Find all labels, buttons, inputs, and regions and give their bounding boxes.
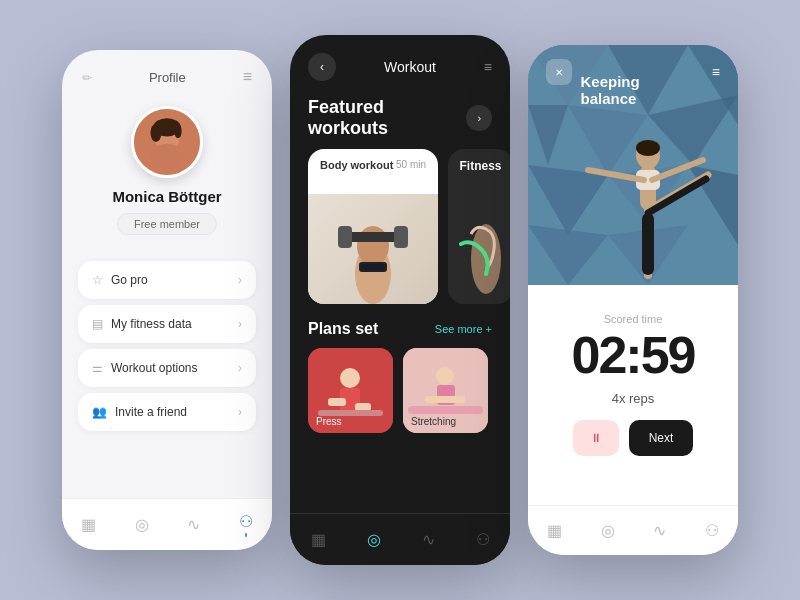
plans-title: Plans set (308, 320, 378, 338)
phone-balance: ✕ Keeping balance ≡ (528, 45, 738, 555)
svg-rect-45 (642, 213, 654, 275)
go-pro-label: Go pro (111, 273, 148, 287)
invite-label: Invite a friend (115, 405, 187, 419)
avatar (131, 106, 203, 178)
card-label: Body workout (320, 159, 393, 171)
featured-section-header: Featured workouts › (290, 91, 510, 149)
svg-line-43 (588, 170, 644, 180)
phone-workout: ‹ Workout ≡ Featured workouts › Body wor… (290, 35, 510, 565)
p3-nav-clock-icon[interactable]: ◎ (601, 521, 615, 540)
balance-bg: ✕ Keeping balance ≡ (528, 45, 738, 285)
pause-button[interactable]: ⏸ (573, 420, 619, 456)
p2-nav-activity-icon[interactable]: ∿ (422, 530, 435, 549)
nav-person-icon[interactable]: ⚇ (239, 512, 253, 537)
workout-title: Workout (384, 59, 436, 75)
plans-section: Plans set See more + (290, 304, 510, 441)
p3-nav-activity-icon[interactable]: ∿ (653, 521, 666, 540)
nav-activity-icon[interactable]: ∿ (187, 515, 200, 534)
back-button[interactable]: ‹ (308, 53, 336, 81)
fitness-label: Fitness (459, 159, 501, 173)
fitness-card[interactable]: Fitness (448, 149, 510, 304)
p1-profile-title: Profile (149, 70, 186, 85)
p3-controls: ⏸ Next (548, 420, 718, 456)
timer-display: 02:59 (548, 329, 718, 381)
chevron-icon: › (238, 405, 242, 419)
plans-header: Plans set See more + (308, 320, 492, 338)
card-image (308, 194, 438, 304)
menu-item-invite-friend[interactable]: 👥 Invite a friend › (78, 393, 256, 431)
svg-point-5 (174, 124, 181, 139)
p3-header: ✕ Keeping balance ≡ (528, 59, 738, 85)
svg-rect-12 (361, 264, 385, 270)
svg-point-21 (436, 367, 454, 385)
phones-container: Profile Monica Böttger Free member (62, 35, 738, 565)
press-plan-card[interactable]: Press (308, 348, 393, 433)
svg-point-2 (151, 144, 184, 170)
press-label: Press (316, 416, 342, 427)
featured-next-button[interactable]: › (466, 105, 492, 131)
sliders-icon: ⚌ (92, 361, 103, 375)
p2-nav-calendar-icon[interactable]: ▦ (311, 530, 326, 549)
card-duration: 50 min (396, 159, 426, 170)
phone-profile: Profile Monica Böttger Free member (62, 50, 272, 550)
workout-options-label: Workout options (111, 361, 198, 375)
reps-display: 4x reps (548, 391, 718, 406)
p2-header: ‹ Workout ≡ (290, 35, 510, 91)
body-workout-card[interactable]: Body workout 50 min (308, 149, 438, 304)
chevron-icon: › (238, 273, 242, 287)
p3-nav-person-icon[interactable]: ⚇ (705, 521, 719, 540)
p3-nav-calendar-icon[interactable]: ▦ (547, 521, 562, 540)
fitness-data-label: My fitness data (111, 317, 192, 331)
p1-bottom-nav: ▦ ◎ ∿ ⚇ (62, 498, 272, 550)
p2-nav-person-icon[interactable]: ⚇ (476, 530, 490, 549)
stretching-label: Stretching (411, 416, 456, 427)
svg-rect-9 (338, 226, 352, 248)
featured-cards: Body workout 50 min (290, 149, 510, 304)
back-icon: ‹ (320, 60, 324, 74)
svg-point-41 (636, 140, 660, 156)
menu-item-workout-options[interactable]: ⚌ Workout options › (78, 349, 256, 387)
p3-bottom-nav: ▦ ◎ ∿ ⚇ (528, 505, 738, 555)
p1-header: Profile (62, 50, 272, 96)
arrow-right-icon: › (477, 112, 481, 124)
chevron-icon: › (238, 361, 242, 375)
edit-icon[interactable] (82, 68, 92, 86)
avatar-image (134, 106, 200, 178)
p1-menu: ☆ Go pro › ▤ My fitness data › ⚌ Workout… (62, 251, 272, 441)
membership-badge[interactable]: Free member (117, 213, 217, 235)
fitness-band-image (456, 214, 506, 294)
menu-item-fitness-data[interactable]: ▤ My fitness data › (78, 305, 256, 343)
p2-bottom-nav: ▦ ◎ ∿ ⚇ (290, 513, 510, 565)
p2-nav-clock-icon[interactable]: ◎ (367, 530, 381, 549)
svg-point-4 (151, 124, 162, 142)
plans-row: Press Stretching (308, 348, 492, 433)
close-button[interactable]: ✕ (546, 59, 572, 85)
stretching-plan-card[interactable]: Stretching (403, 348, 488, 433)
see-more-link[interactable]: See more + (435, 323, 492, 335)
svg-line-44 (652, 160, 703, 180)
close-icon: ✕ (555, 67, 563, 78)
svg-rect-18 (355, 403, 371, 411)
svg-rect-10 (394, 226, 408, 248)
p3-bottom: Scored time 02:59 4x reps ⏸ Next ▦ ◎ ∿ ⚇ (528, 285, 738, 555)
next-button[interactable]: Next (629, 420, 694, 456)
svg-rect-23 (425, 396, 465, 403)
featured-title: Featured workouts (308, 97, 466, 139)
p1-menu-icon[interactable] (243, 68, 252, 86)
p3-menu-icon[interactable]: ≡ (712, 64, 720, 80)
dumbbell-image (323, 194, 423, 304)
nav-calendar-icon[interactable]: ▦ (81, 515, 96, 534)
menu-item-go-pro[interactable]: ☆ Go pro › (78, 261, 256, 299)
user-name: Monica Böttger (112, 188, 221, 205)
star-icon: ☆ (92, 273, 103, 287)
nav-clock-icon[interactable]: ◎ (135, 515, 149, 534)
svg-rect-17 (328, 398, 346, 406)
balance-title: Keeping balance (581, 73, 686, 107)
chevron-icon: › (238, 317, 242, 331)
svg-point-15 (340, 368, 360, 388)
scored-label: Scored time (548, 313, 718, 325)
p2-menu-icon[interactable]: ≡ (484, 59, 492, 75)
pause-icon: ⏸ (590, 431, 602, 445)
user-add-icon: 👥 (92, 405, 107, 419)
p1-profile-section: Monica Böttger Free member (62, 96, 272, 251)
